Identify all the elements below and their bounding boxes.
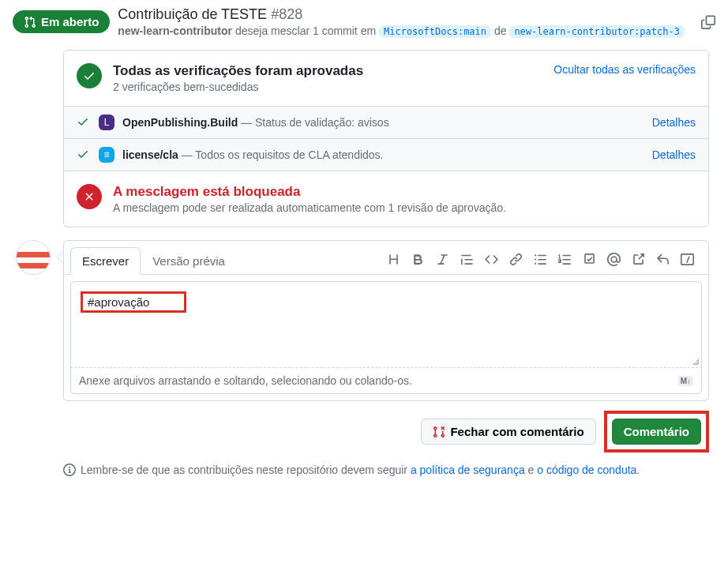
pull-request-icon	[24, 16, 36, 28]
check-row-1: ≡ license/cla — Todos os requisitos de C…	[64, 138, 708, 171]
italic-icon[interactable]	[436, 253, 449, 268]
check-app-avatar: L	[99, 115, 114, 130]
footer-note: Lembre-se de que as contribuições neste …	[63, 464, 709, 476]
comment-textarea[interactable]: #aprovação	[70, 281, 702, 368]
merge-blocked-title: A mesclagem está bloqueada	[113, 184, 696, 200]
compare-branch-pill[interactable]: new-learn-contributor:patch-3	[509, 25, 685, 38]
ordered-list-icon[interactable]	[558, 253, 572, 268]
check-icon	[77, 115, 91, 130]
markdown-toolbar	[387, 253, 702, 268]
markdown-icon[interactable]: M↓	[678, 376, 693, 386]
heading-icon[interactable]	[387, 253, 400, 268]
comment-box: Escrever Versão prévia	[63, 240, 709, 401]
comment-actions: Fechar com comentário Comentário	[63, 411, 709, 452]
mention-icon[interactable]	[607, 253, 621, 268]
checks-title: Todas as verificações foram aprovadas	[113, 63, 542, 79]
check-details-link[interactable]: Detalhes	[652, 116, 696, 129]
user-avatar[interactable]	[16, 240, 51, 275]
close-with-comment-button[interactable]: Fechar com comentário	[421, 419, 595, 445]
git-pr-closed-icon	[433, 426, 445, 438]
tab-preview[interactable]: Versão prévia	[141, 247, 237, 275]
state-label: Em aberto	[41, 15, 99, 28]
tab-write[interactable]: Escrever	[70, 247, 141, 275]
quote-icon[interactable]	[460, 253, 474, 268]
tasklist-icon[interactable]	[583, 253, 596, 268]
pr-subline: new-learn-contributor deseja mesclar 1 c…	[118, 24, 693, 37]
bold-icon[interactable]	[411, 253, 425, 268]
blocked-icon	[77, 184, 102, 209]
unordered-list-icon[interactable]	[534, 253, 547, 268]
merge-blocked-subtitle: A mesclagem pode ser realizada automatic…	[113, 201, 696, 214]
checks-subtitle: 2 verificações bem-sucedidas	[113, 81, 542, 93]
code-of-conduct-link[interactable]: o código de conduta	[537, 464, 636, 476]
slash-icon[interactable]	[681, 253, 694, 268]
merge-status-box: Todas as verificações foram aprovadas 2 …	[63, 50, 709, 227]
check-icon	[77, 148, 91, 162]
pr-title-wrap: Contribuição de TESTE #828 new-learn-con…	[118, 6, 693, 37]
toggle-checks-link[interactable]: Ocultar todas as verificações	[554, 63, 696, 76]
comment-button[interactable]: Comentário	[612, 419, 701, 445]
check-name: OpenPublishing.Build	[122, 116, 238, 129]
pr-title: Contribuição de TESTE #828	[118, 6, 693, 23]
comment-tabs: Escrever Versão prévia	[64, 241, 708, 275]
base-branch-pill[interactable]: MicrosoftDocs:main	[379, 25, 491, 38]
info-icon	[63, 464, 76, 476]
resize-handle-icon[interactable]	[689, 355, 700, 366]
check-row-0: L OpenPublishing.Build — Status de valid…	[64, 106, 708, 138]
security-policy-link[interactable]: a política de segurança	[411, 464, 525, 476]
check-success-icon	[77, 63, 102, 88]
pr-header: Em aberto Contribuição de TESTE #828 new…	[0, 0, 728, 50]
state-badge: Em aberto	[13, 10, 110, 33]
check-name: license/cla	[122, 148, 178, 161]
link-icon[interactable]	[509, 253, 523, 268]
check-details-link[interactable]: Detalhes	[652, 148, 696, 161]
code-icon[interactable]	[485, 253, 498, 268]
copy-icon[interactable]	[701, 15, 715, 29]
check-app-avatar: ≡	[99, 147, 114, 163]
crossref-icon[interactable]	[632, 253, 645, 268]
check-status: — Status de validação: avisos	[241, 116, 389, 129]
check-status: — Todos os requisitos de CLA atendidos.	[182, 148, 384, 161]
attach-files-row[interactable]: Anexe arquivos arrastando e soltando, se…	[70, 368, 702, 394]
reply-icon[interactable]	[656, 253, 670, 268]
